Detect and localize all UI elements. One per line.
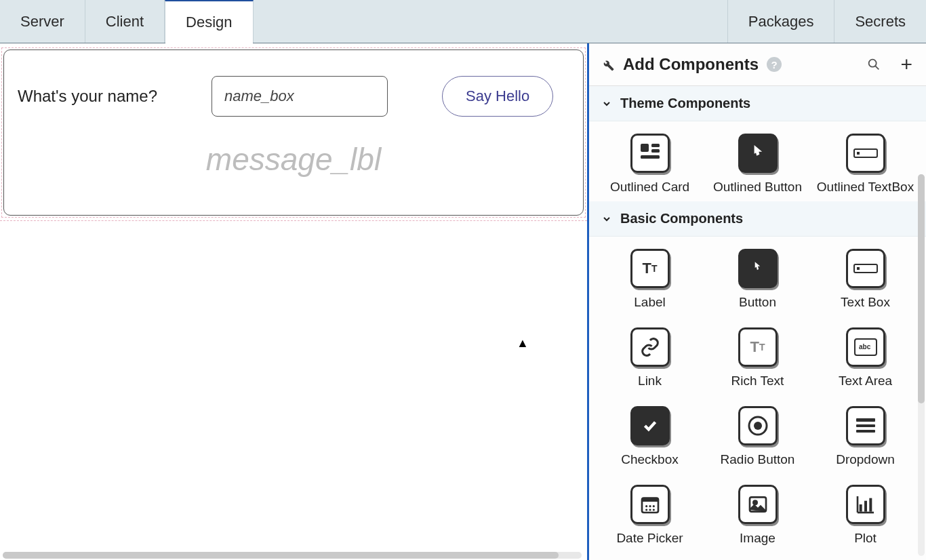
- svg-rect-16: [856, 430, 875, 433]
- richtext-icon: TT: [738, 327, 778, 367]
- help-icon[interactable]: ?: [767, 57, 782, 72]
- mouse-cursor-icon: ▲: [517, 336, 529, 351]
- svg-rect-18: [642, 498, 658, 502]
- textarea-icon: abc: [846, 327, 885, 367]
- svg-rect-15: [856, 424, 875, 427]
- add-icon[interactable]: +: [900, 54, 912, 75]
- component-outlined-button[interactable]: Outlined Button: [704, 134, 811, 195]
- design-canvas[interactable]: What's your name? name_box Say Hello mes…: [0, 43, 589, 560]
- plot-icon: [846, 485, 885, 524]
- sidebar-title: Add Components: [623, 55, 759, 74]
- message-label[interactable]: message_lbl: [16, 141, 571, 178]
- components-sidebar: Add Components ? + Theme Components Outl…: [589, 43, 926, 560]
- theme-components-grid: Outlined Card Outlined Button Outlined T…: [589, 121, 926, 201]
- component-outlined-textbox[interactable]: Outlined TextBox: [811, 134, 919, 195]
- checkbox-icon: [630, 406, 670, 445]
- svg-point-20: [649, 505, 651, 507]
- tab-secrets[interactable]: Secrets: [834, 0, 926, 43]
- component-label-text: Rich Text: [731, 374, 784, 388]
- canvas-row-divider: [0, 220, 587, 221]
- tab-design[interactable]: Design: [165, 0, 253, 43]
- sidebar-actions: +: [866, 54, 912, 75]
- svg-line-1: [876, 66, 879, 69]
- form-row: What's your name? name_box Say Hello: [16, 62, 571, 123]
- svg-rect-5: [641, 155, 660, 159]
- component-textbox[interactable]: Text Box: [811, 249, 919, 310]
- component-datepicker[interactable]: Date Picker: [596, 485, 704, 546]
- component-richtext[interactable]: TT Rich Text: [704, 327, 811, 388]
- main-area: What's your name? name_box Say Hello mes…: [0, 43, 926, 560]
- svg-rect-9: [857, 267, 860, 270]
- component-radio[interactable]: Radio Button: [704, 406, 811, 467]
- sidebar-header: Add Components ? +: [589, 43, 926, 86]
- prompt-label: What's your name?: [18, 87, 157, 106]
- svg-rect-27: [859, 504, 862, 512]
- canvas-guides: What's your name? name_box Say Hello mes…: [1, 47, 586, 218]
- textbox-icon: [846, 249, 885, 288]
- search-icon[interactable]: [866, 57, 881, 72]
- link-icon: [630, 327, 670, 367]
- svg-rect-7: [857, 152, 860, 155]
- component-button[interactable]: Button: [704, 249, 811, 310]
- component-label-text: Date Picker: [616, 531, 683, 546]
- button-icon: [738, 134, 778, 173]
- say-hello-button[interactable]: Say Hello: [442, 76, 553, 117]
- radio-icon: [738, 406, 778, 445]
- component-label-text: Link: [638, 374, 662, 388]
- calendar-icon: [630, 485, 670, 524]
- component-textarea[interactable]: abc Text Area: [811, 327, 919, 388]
- svg-point-22: [645, 508, 647, 511]
- dropdown-icon: [846, 406, 885, 445]
- component-plot[interactable]: Plot: [811, 485, 919, 546]
- chevron-down-icon: [601, 98, 612, 109]
- svg-point-26: [753, 501, 757, 504]
- svg-point-19: [645, 505, 647, 507]
- wrench-icon: [600, 57, 615, 72]
- component-dropdown[interactable]: Dropdown: [811, 406, 919, 467]
- svg-point-13: [754, 422, 762, 430]
- section-theme-components[interactable]: Theme Components: [589, 86, 926, 121]
- component-link[interactable]: Link: [596, 327, 704, 388]
- image-icon: [738, 485, 778, 524]
- card-icon: [630, 134, 670, 173]
- textbox-icon: [846, 134, 885, 173]
- svg-point-0: [869, 60, 877, 67]
- svg-rect-14: [856, 418, 875, 422]
- tab-client[interactable]: Client: [85, 0, 165, 43]
- basic-components-grid: TT Label Button Text Box: [589, 237, 926, 553]
- section-title: Theme Components: [620, 96, 750, 111]
- svg-rect-4: [651, 149, 660, 153]
- component-checkbox[interactable]: Checkbox: [596, 406, 704, 467]
- sidebar-vertical-scrollbar[interactable]: [918, 174, 925, 556]
- component-label[interactable]: TT Label: [596, 249, 704, 310]
- svg-text:abc: abc: [859, 343, 871, 351]
- tab-packages[interactable]: Packages: [728, 0, 835, 43]
- section-title: Basic Components: [620, 211, 743, 226]
- component-label-text: Radio Button: [721, 452, 795, 467]
- component-label-text: Dropdown: [836, 452, 895, 467]
- sidebar-body: Theme Components Outlined Card Outlined …: [589, 86, 926, 560]
- component-label-text: Text Area: [839, 374, 892, 388]
- svg-point-24: [652, 508, 654, 511]
- button-icon: [738, 249, 778, 288]
- svg-rect-28: [864, 501, 867, 512]
- component-outlined-card[interactable]: Outlined Card: [596, 134, 704, 195]
- component-label-text: Plot: [854, 531, 877, 546]
- svg-point-23: [649, 508, 651, 511]
- canvas-horizontal-scrollbar[interactable]: [3, 552, 582, 559]
- component-label-text: Image: [740, 531, 776, 546]
- component-label-text: Text Box: [841, 295, 890, 310]
- component-label-text: Button: [739, 295, 776, 310]
- component-label-text: Label: [634, 295, 666, 310]
- component-label-text: Checkbox: [621, 452, 679, 467]
- svg-rect-2: [641, 144, 649, 152]
- form-card[interactable]: What's your name? name_box Say Hello mes…: [3, 49, 584, 216]
- component-label: Outlined TextBox: [817, 180, 914, 195]
- section-basic-components[interactable]: Basic Components: [589, 201, 926, 237]
- chevron-down-icon: [601, 214, 612, 224]
- tab-server[interactable]: Server: [0, 0, 85, 43]
- component-image[interactable]: Image: [704, 485, 811, 546]
- svg-rect-29: [869, 498, 872, 512]
- name-textbox[interactable]: name_box: [212, 76, 388, 117]
- tab-spacer: [254, 0, 728, 43]
